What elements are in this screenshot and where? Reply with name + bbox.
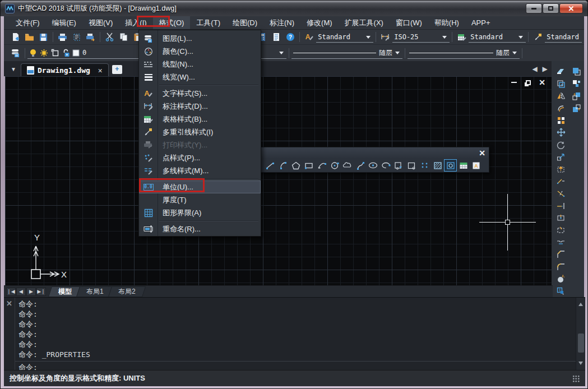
mleader-style-combo[interactable]: Standard xyxy=(545,31,582,43)
plot-button[interactable] xyxy=(55,31,70,43)
tab-scroll-right-icon[interactable]: ▶ xyxy=(540,63,549,75)
arc-button[interactable] xyxy=(276,159,289,172)
menu-item-layer[interactable]: 图层(L)... xyxy=(139,32,261,45)
rectangle-button[interactable] xyxy=(302,159,315,172)
draw-toolbar[interactable]: ✕ A xyxy=(242,147,489,173)
mtext-button[interactable]: A xyxy=(470,159,483,172)
layout-last-button[interactable]: ▶❘ xyxy=(36,288,46,296)
menu-item-mline-style[interactable]: 多线样式(M)... xyxy=(139,164,261,177)
bring-above-objects-button[interactable] xyxy=(570,90,584,102)
menu-window[interactable]: 窗口(W) xyxy=(390,16,428,29)
menu-item-lineweight[interactable]: 线宽(W)... xyxy=(139,71,261,84)
mirror-button[interactable] xyxy=(554,90,568,102)
cut-button[interactable] xyxy=(103,31,117,43)
menu-edit[interactable]: 编辑(E) xyxy=(46,16,82,29)
menu-item-mleader-style[interactable]: 多重引线样式(I) xyxy=(139,126,261,138)
insert-block-button[interactable] xyxy=(392,159,405,172)
open-file-button[interactable] xyxy=(22,31,36,43)
draw-toolbar-close-icon[interactable]: ✕ xyxy=(479,149,485,157)
menu-modify[interactable]: 修改(M) xyxy=(300,16,339,29)
extend-button[interactable] xyxy=(554,200,568,212)
new-file-button[interactable] xyxy=(8,31,22,43)
lineweight-combo[interactable]: 随层 xyxy=(408,48,520,59)
scroll-thumb[interactable] xyxy=(578,334,584,353)
array-button[interactable] xyxy=(554,114,568,126)
layout-prev-button[interactable]: ◀ xyxy=(16,288,26,296)
menu-draw[interactable]: 绘图(D) xyxy=(226,16,263,29)
plot-preview-button[interactable] xyxy=(70,31,84,43)
spline-button[interactable] xyxy=(354,159,367,172)
ellipse-arc-button[interactable] xyxy=(379,159,392,172)
save-button[interactable] xyxy=(36,31,50,43)
text-style-combo[interactable]: Standard xyxy=(316,31,373,43)
tab-scroll-left-icon[interactable]: ◀ xyxy=(530,63,539,75)
fillet-button[interactable] xyxy=(554,261,568,273)
stretch-button[interactable] xyxy=(554,163,568,175)
publish-button[interactable] xyxy=(84,31,98,43)
menu-item-drawing-limits[interactable]: 图形界限(A) xyxy=(139,206,261,219)
menu-item-table-style[interactable]: 表格样式(B)... xyxy=(139,113,261,126)
menu-item-thickness[interactable]: 厚度(T) xyxy=(139,193,261,206)
command-scrollbar[interactable] xyxy=(576,298,585,370)
copy-clip-button[interactable] xyxy=(117,31,131,43)
menu-item-units[interactable]: 0.0 单位(U)... xyxy=(139,180,261,193)
erase-button[interactable] xyxy=(554,66,568,77)
gradient-button[interactable] xyxy=(444,159,457,172)
menu-express-tools[interactable]: 扩展工具(X) xyxy=(339,16,390,29)
rotate-button[interactable] xyxy=(554,139,568,151)
send-under-objects-button[interactable] xyxy=(570,103,584,114)
restore-button[interactable] xyxy=(543,3,559,13)
copy-button[interactable] xyxy=(554,78,568,90)
move-button[interactable] xyxy=(554,127,568,138)
polygon-button[interactable] xyxy=(289,159,302,172)
explode-button[interactable] xyxy=(554,274,568,285)
command-close-icon[interactable]: ✕ xyxy=(6,300,12,370)
block-editor-button[interactable] xyxy=(554,285,568,297)
table-button[interactable] xyxy=(457,159,470,172)
layout-next-button[interactable]: ▶ xyxy=(26,288,36,296)
menu-format[interactable]: 格式(O) xyxy=(153,16,191,29)
point-button[interactable] xyxy=(418,159,431,172)
minimize-button[interactable] xyxy=(526,3,542,13)
menu-tools[interactable]: 工具(T) xyxy=(190,16,226,29)
menu-view[interactable]: 视图(V) xyxy=(82,16,119,29)
revision-cloud-button[interactable] xyxy=(341,159,354,172)
break-at-point-button[interactable] xyxy=(554,212,568,224)
tab-close-icon[interactable]: ✕ xyxy=(98,66,103,75)
menu-insert[interactable]: 插入(I) xyxy=(119,16,152,29)
make-block-button[interactable] xyxy=(405,159,418,172)
menu-item-linetype[interactable]: 线型(N)... xyxy=(139,58,261,71)
clean-screen-button[interactable] xyxy=(269,31,283,43)
scale-button[interactable] xyxy=(554,151,568,163)
close-button[interactable]: ✕ xyxy=(559,3,583,13)
document-tab-drawing1[interactable]: Drawing1.dwg ✕ xyxy=(21,63,109,76)
menu-item-rename[interactable]: 重命名(R)... xyxy=(139,223,261,235)
menu-dimension[interactable]: 标注(N) xyxy=(263,16,300,29)
table-style-combo[interactable]: Standard xyxy=(469,31,526,43)
layer-manager-button[interactable] xyxy=(8,47,22,59)
trim-button[interactable] xyxy=(554,188,568,200)
scroll-down-icon[interactable] xyxy=(578,362,583,367)
scroll-up-icon[interactable] xyxy=(578,300,583,306)
hatch-button[interactable] xyxy=(431,159,444,172)
command-panel[interactable]: ✕ 命令: 命令: 命令: 命令: 命令: 命令: _PROPERTIES 命令… xyxy=(4,297,585,370)
join-button[interactable] xyxy=(554,237,568,248)
bring-to-front-button[interactable] xyxy=(570,66,584,77)
tab-list-chevron-icon[interactable]: ▼ xyxy=(11,66,16,72)
menu-help[interactable]: 帮助(H) xyxy=(428,16,465,29)
drawing-canvas[interactable] xyxy=(5,76,553,285)
send-to-back-button[interactable] xyxy=(570,78,584,90)
new-tab-button[interactable]: + xyxy=(112,65,122,74)
command-history[interactable]: 命令: 命令: 命令: 命令: 命令: 命令: _PROPERTIES xyxy=(15,298,576,361)
arc-continue-button[interactable] xyxy=(315,159,328,172)
menu-app-plus[interactable]: APP+ xyxy=(465,16,497,29)
titlebar[interactable]: 中望CAD 2018 试用版 (功能受限) - [Drawing1.dwg] ✕ xyxy=(1,1,587,16)
draw-toolbar-titlebar[interactable]: ✕ xyxy=(242,147,489,158)
linetype-combo[interactable]: 随层 xyxy=(291,48,402,59)
menu-file[interactable]: 文件(F) xyxy=(10,16,46,29)
tab-layout2[interactable]: 布局2 xyxy=(108,286,146,297)
drawing-minimize-button[interactable] xyxy=(510,78,518,86)
lengthen-button[interactable] xyxy=(554,175,568,187)
break-button[interactable] xyxy=(554,224,568,236)
circle-button[interactable] xyxy=(328,159,341,172)
